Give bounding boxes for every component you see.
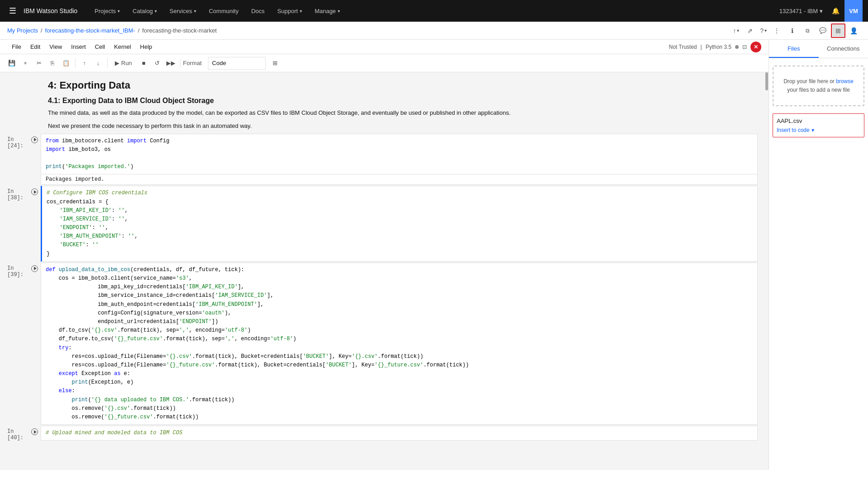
- close-panel-button[interactable]: ✕: [750, 42, 761, 52]
- app-brand: IBM Watson Studio: [24, 7, 77, 14]
- code-line: cos = ibm_boto3.client(service_name='s3'…: [46, 274, 753, 283]
- menu-view[interactable]: View: [45, 40, 66, 54]
- link-tool[interactable]: ⧉: [800, 23, 815, 38]
- tab-connections[interactable]: Connections: [819, 40, 868, 58]
- grid-tool[interactable]: ⊞: [831, 23, 845, 38]
- code-line: print(Exception, e): [46, 378, 753, 387]
- cell-38-label-col: In [38]:: [0, 186, 41, 201]
- nav-catalog[interactable]: Catalog ▾: [126, 0, 163, 22]
- profile-tool[interactable]: 👤: [846, 23, 861, 38]
- nav-manage[interactable]: Manage ▾: [308, 0, 346, 22]
- move-down-button[interactable]: ↓: [92, 57, 104, 70]
- expand-icon[interactable]: ⊡: [742, 44, 747, 50]
- chevron-down-icon: ▾: [194, 9, 196, 14]
- run-icon: ▶: [115, 60, 119, 66]
- nav-services[interactable]: Services ▾: [163, 0, 203, 22]
- format-selector[interactable]: Code Markdown Raw NBConvert Heading: [208, 57, 266, 70]
- nav-projects[interactable]: Projects ▾: [88, 0, 126, 22]
- chevron-down-icon: ▾: [338, 9, 340, 14]
- run-label: Run: [121, 60, 132, 66]
- cell-24-output-row: Packages imported.: [0, 174, 765, 185]
- menu-edit[interactable]: Edit: [26, 40, 45, 54]
- restart-button[interactable]: ↺: [151, 57, 164, 70]
- trusted-info: Not Trusted | Python 3.5 ⊡ ✕: [669, 42, 761, 52]
- cell-24-run-button[interactable]: [31, 136, 38, 143]
- menu-cell[interactable]: Cell: [90, 40, 109, 54]
- breadcrumb-my-projects[interactable]: My Projects: [7, 27, 38, 34]
- para1-text: The mined data, as well as the data prod…: [48, 108, 758, 118]
- nav-links: Projects ▾ Catalog ▾ Services ▾ Communit…: [88, 0, 775, 22]
- kernel-label: Python 3.5: [706, 44, 731, 50]
- nav-docs[interactable]: Docs: [245, 0, 271, 22]
- cell-38-body[interactable]: # Configure IBM COS credentials cos_cred…: [41, 186, 758, 262]
- notebook-area: 4: Exporting Data 4.1: Exporting Data to…: [0, 72, 769, 470]
- kernel-status-dot: [735, 45, 739, 49]
- help-tool[interactable]: ? ▾: [758, 23, 769, 38]
- cell-24-body[interactable]: from ibm_botocore.client import Config i…: [41, 134, 758, 175]
- move-up-button[interactable]: ↑: [78, 57, 91, 70]
- cell-39-run-button[interactable]: [31, 265, 38, 272]
- trusted-label: Not Trusted: [669, 44, 697, 50]
- chevron-down-icon: ▾: [737, 28, 739, 33]
- file-drop-zone[interactable]: Drop your file here or browse your files…: [773, 66, 864, 106]
- save-button[interactable]: 💾: [5, 57, 18, 70]
- cell-38-wrapper: In [38]: # Configure IBM COS credentials…: [0, 186, 765, 262]
- browse-link[interactable]: browse: [836, 78, 854, 84]
- more-tool[interactable]: ⋮: [769, 23, 784, 38]
- menu-insert[interactable]: Insert: [66, 40, 90, 54]
- toolbar-separator: [75, 59, 75, 68]
- main-layout: File Edit View Insert Cell Kernel Help N…: [0, 40, 868, 470]
- code-line: 'ENDPOINT': '',: [47, 224, 753, 232]
- nav-community[interactable]: Community: [203, 0, 245, 22]
- info-tool[interactable]: ℹ: [785, 23, 799, 38]
- restart-run-button[interactable]: ▶▶: [165, 57, 177, 70]
- breadcrumb-notebook-folder[interactable]: forecasting-the-stock-market_IBM-: [45, 27, 135, 34]
- scroll-thumb[interactable]: [765, 72, 768, 90]
- para2-text: Next we present the code necessary to pe…: [48, 122, 758, 131]
- comment-tool[interactable]: 💬: [816, 23, 830, 38]
- toggle-toolbar-button[interactable]: ⊞: [269, 57, 281, 70]
- cut-button[interactable]: ✂: [33, 57, 45, 70]
- user-avatar[interactable]: VM: [844, 0, 863, 22]
- notebook-scroll-container: 4: Exporting Data 4.1: Exporting Data to…: [0, 72, 769, 451]
- code-line: df_future.to_csv('{}_future.csv'.format(…: [46, 335, 753, 343]
- menu-file[interactable]: File: [7, 40, 26, 54]
- nav-support[interactable]: Support ▾: [271, 0, 308, 22]
- run-button[interactable]: ▶ Run: [110, 57, 137, 70]
- notebook-section: File Edit View Insert Cell Kernel Help N…: [0, 40, 769, 470]
- cell-39-body[interactable]: def upload_data_to_ibm_cos(credentials, …: [41, 263, 758, 425]
- file-item-aapl: AAPL.csv Insert to code ▾: [773, 113, 864, 137]
- cell-38-label: In [38]:: [7, 188, 29, 201]
- account-selector[interactable]: 1323471 - IBM ▾: [776, 0, 826, 22]
- code-line: from ibm_botocore.client import Config: [46, 137, 753, 145]
- notebook-toolbar: 💾 + ✂ ⎘ 📋 ↑ ↓ ▶ Run ■ ↺ ▶▶ Format Code M…: [0, 54, 769, 72]
- format-label: Format: [183, 60, 202, 66]
- play-icon: [34, 190, 37, 194]
- share-tool[interactable]: ⇗: [743, 23, 757, 38]
- tab-files[interactable]: Files: [769, 40, 819, 58]
- copy-button[interactable]: ⎘: [46, 57, 59, 70]
- drop-subtext: your files to add a new file: [787, 87, 850, 93]
- cell-40-run-button[interactable]: [31, 428, 38, 435]
- add-cell-button[interactable]: +: [19, 57, 32, 70]
- cell-40-body[interactable]: # Upload mined and modeled data to IBM C…: [41, 426, 758, 441]
- paste-button[interactable]: 📋: [60, 57, 72, 70]
- cell-24-label: In [24]:: [7, 136, 29, 149]
- insert-to-code-button[interactable]: Insert to code ▾: [777, 127, 860, 133]
- menu-help[interactable]: Help: [136, 40, 157, 54]
- toolbar-separator: [180, 59, 180, 68]
- toolbar-separator: [107, 59, 108, 68]
- code-line: # Upload mined and modeled data to IBM C…: [46, 429, 753, 437]
- scroll-track[interactable]: [765, 72, 769, 451]
- format-select[interactable]: Code Markdown Raw NBConvert Heading: [208, 57, 266, 70]
- menu-kernel[interactable]: Kernel: [109, 40, 136, 54]
- cell-40-label: In [40]:: [7, 428, 29, 441]
- section-title: 4: Exporting Data: [48, 80, 758, 91]
- code-line: os.remove('{}_future.csv'.format(tick)): [46, 413, 753, 422]
- notification-bell[interactable]: 🔔: [826, 0, 844, 22]
- hamburger-menu-icon[interactable]: ☰: [5, 4, 20, 18]
- cell-38-run-button[interactable]: [31, 188, 38, 195]
- cell-38-row: In [38]: # Configure IBM COS credentials…: [0, 186, 765, 262]
- interrupt-button[interactable]: ■: [137, 57, 150, 70]
- upload-tool[interactable]: ↑ ▾: [730, 23, 742, 38]
